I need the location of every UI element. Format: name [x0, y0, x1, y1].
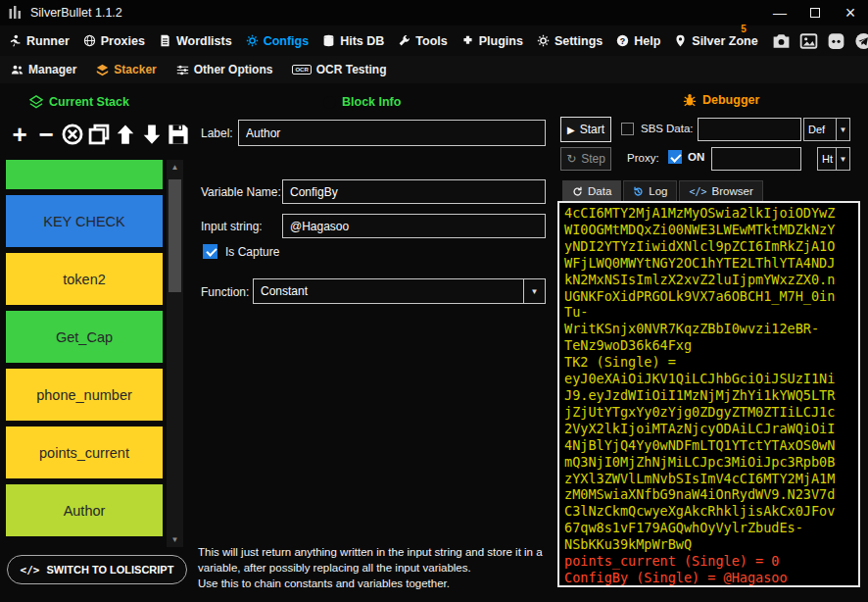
scrollbar-thumb[interactable] [169, 179, 181, 292]
is-capture-checkbox[interactable] [203, 244, 217, 259]
tab-stacker-label: Stacker [114, 63, 156, 76]
info-icon: i [323, 96, 336, 109]
settings-gear-icon [537, 34, 550, 47]
save-stack-button[interactable] [167, 122, 190, 147]
telegram-icon [854, 32, 868, 50]
menu-help[interactable]: ? Help [616, 34, 660, 48]
wordlist-type-dropdown[interactable]: Def ▼ [803, 118, 850, 141]
tab-data[interactable]: Data [562, 180, 621, 201]
sbs-checkbox[interactable] [621, 123, 634, 135]
remove-block-button[interactable]: − [34, 122, 58, 147]
move-up-button[interactable] [114, 122, 137, 147]
tab-browser[interactable]: </> Browser [679, 180, 762, 201]
proxy-on-label: ON [688, 151, 704, 163]
stack-block-partial[interactable] [6, 160, 163, 189]
block-list-scrollbar[interactable]: ▲ ▼ [167, 160, 183, 547]
variable-name-caption: Variable Name: [201, 185, 281, 199]
ocr-icon: OCR [292, 65, 311, 75]
switch-to-loliscript-button[interactable]: </> SWITCH TO LOLISCRIPT [7, 555, 187, 584]
browser-tab-icon: </> [689, 186, 706, 197]
log-line: ConfigBy (Single) = @Hagasoo [564, 570, 853, 586]
move-down-button[interactable] [140, 122, 164, 147]
debugger-label: Debugger [702, 93, 759, 107]
stack-block[interactable]: points_current [6, 426, 163, 478]
proxy-input[interactable] [711, 147, 801, 171]
close-button[interactable]: × [833, 0, 868, 25]
menu-silverzone[interactable]: 5 Silver Zone [674, 34, 757, 48]
log-tab-icon [633, 186, 644, 197]
debug-data-input[interactable] [698, 118, 801, 141]
menu-runner[interactable]: Runner [9, 34, 70, 48]
menu-wordlists[interactable]: Wordlists [159, 34, 232, 48]
gallery-button[interactable] [799, 32, 818, 50]
stack-block[interactable]: Author [6, 484, 163, 536]
menu-tools[interactable]: Tools [398, 34, 447, 48]
log-line: WFjLWQ0MWYtNGY2OC1hYTE2LThlYTA4NDJ [564, 255, 853, 272]
scroll-up-icon[interactable]: ▲ [167, 160, 183, 175]
bug-icon [683, 93, 697, 107]
current-stack-label: Current Stack [49, 95, 129, 109]
stack-block-label: Author [64, 503, 106, 519]
tab-manager[interactable]: Manager [11, 63, 76, 76]
menu-configs[interactable]: Configs [246, 34, 310, 48]
scroll-down-icon[interactable]: ▼ [167, 532, 183, 547]
stack-blocks: KEY CHECK token2 Get_Cap phone_number po… [6, 195, 163, 536]
stack-block[interactable]: token2 [6, 253, 163, 305]
debugger-log[interactable]: 4cCI6MTY2MjA1MzMyOSwia2lkIjoiODYwZWI0OGM… [557, 201, 860, 587]
variable-name-input[interactable] [282, 179, 546, 204]
help-icon: ? [616, 34, 629, 47]
disable-block-button[interactable] [61, 122, 84, 147]
step-button[interactable]: ↻ Step [560, 147, 611, 171]
label-input[interactable] [238, 120, 546, 146]
minimize-button[interactable]: — [762, 0, 797, 25]
screenshot-button[interactable] [772, 32, 791, 50]
menu-hitsdb[interactable]: Hits DB [322, 34, 384, 48]
step-icon: ↻ [566, 152, 576, 166]
stack-block[interactable]: KEY CHECK [6, 195, 163, 247]
current-stack-header: Current Stack [29, 95, 129, 109]
tab-log[interactable]: Log [623, 180, 677, 201]
step-button-label: Step [581, 152, 605, 166]
maximize-button[interactable] [797, 0, 833, 25]
menu-plugins[interactable]: Plugins [461, 34, 523, 48]
is-capture-label: Is Capture [225, 245, 279, 259]
clone-block-button[interactable] [87, 122, 111, 147]
proxies-icon [83, 34, 96, 47]
stack-block[interactable]: Get_Cap [6, 311, 163, 363]
discord-icon [827, 32, 845, 50]
block-description-line1: This will just return anything written i… [198, 545, 556, 577]
log-line: zYXl3ZWVlLmNvbSIsImV4cCI6MTY2MjA1M [564, 471, 853, 487]
proxy-checkbox[interactable] [668, 150, 682, 164]
chevron-down-icon[interactable]: ▼ [836, 119, 849, 140]
chevron-down-icon[interactable]: ▼ [836, 148, 849, 170]
add-block-button[interactable]: + [8, 122, 31, 147]
stack-toolbar: + − [8, 117, 190, 152]
save-icon [168, 124, 189, 145]
start-button[interactable]: ▶ Start [560, 117, 611, 142]
tab-stacker[interactable]: Stacker [96, 63, 156, 76]
chevron-down-icon[interactable]: ▼ [523, 279, 545, 303]
menu-proxies[interactable]: Proxies [83, 34, 145, 48]
telegram-button[interactable] [854, 32, 868, 50]
tab-manager-label: Manager [28, 63, 76, 76]
log-line: yNDI2YTYzIiwidXNlcl9pZCI6ImRkZjA1O [564, 238, 853, 255]
menu-tools-label: Tools [415, 34, 447, 48]
hitsdb-icon [322, 34, 335, 47]
plugins-icon [461, 34, 474, 47]
proxy-type-dropdown[interactable]: Ht ▼ [817, 147, 850, 171]
proxy-caption: Proxy: [627, 152, 659, 164]
input-string-input[interactable] [282, 214, 546, 238]
tab-other-options[interactable]: Other Options [176, 63, 273, 76]
menu-settings[interactable]: Settings [537, 34, 603, 48]
menu-hitsdb-label: Hits DB [340, 34, 384, 48]
menu-settings-label: Settings [555, 34, 603, 48]
function-dropdown[interactable]: Constant ▼ [253, 278, 546, 304]
stack-block[interactable]: phone_number [6, 369, 163, 421]
tab-ocr-testing-label: OCR Testing [316, 63, 387, 76]
config-toolbar: Manager Stacker Other Options OCR OCR Te… [0, 56, 868, 83]
menubar-icon-group [772, 32, 868, 50]
menu-silverzone-label: Silver Zone [692, 34, 757, 48]
menu-configs-label: Configs [264, 34, 310, 48]
discord-button[interactable] [827, 32, 845, 50]
tab-ocr-testing[interactable]: OCR OCR Testing [292, 63, 386, 76]
